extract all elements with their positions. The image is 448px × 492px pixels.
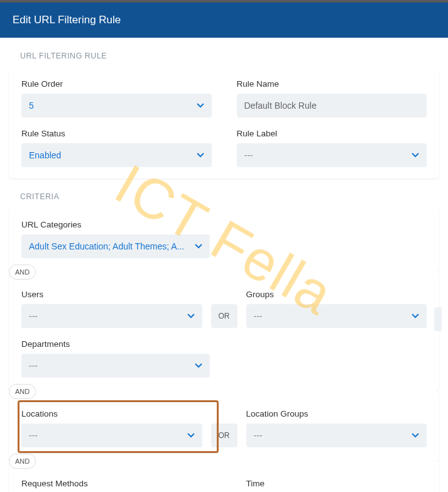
rule-card: Rule Order 5 Rule Name Default Block Rul… <box>9 68 439 178</box>
criteria-methods-block: Request Methods Time <box>9 461 439 492</box>
users-value: --- <box>29 311 38 321</box>
rule-order-label: Rule Order <box>21 79 212 89</box>
departments-value: --- <box>29 361 38 371</box>
url-categories-value: Adult Sex Education; Adult Themes; A... <box>29 241 184 251</box>
groups-select[interactable]: --- <box>246 304 427 328</box>
or-badge: OR <box>211 424 238 447</box>
rule-name-input[interactable]: Default Block Rule <box>237 94 427 118</box>
chevron-down-icon <box>412 433 419 438</box>
rule-name-value: Default Block Rule <box>244 101 317 111</box>
and-badge: AND <box>9 454 36 469</box>
section-criteria: CRITERIA <box>0 178 448 209</box>
rule-order-value: 5 <box>29 101 34 111</box>
chevron-down-icon <box>412 314 419 319</box>
request-methods-label: Request Methods <box>21 479 202 488</box>
url-categories-label: URL Categories <box>21 220 427 229</box>
users-select[interactable]: --- <box>21 304 202 328</box>
and-badge: AND <box>9 265 36 280</box>
rule-label-label: Rule Label <box>237 129 427 138</box>
overflow-button[interactable] <box>434 307 442 331</box>
location-groups-label: Location Groups <box>246 409 427 418</box>
chevron-down-icon <box>187 314 195 319</box>
locations-label: Locations <box>21 409 202 418</box>
chevron-down-icon <box>195 244 202 249</box>
locations-value: --- <box>29 430 38 440</box>
rule-name-label: Rule Name <box>237 79 427 89</box>
chevron-down-icon <box>412 153 419 158</box>
time-label: Time <box>246 479 427 488</box>
chevron-down-icon <box>195 363 202 368</box>
rule-status-select[interactable]: Enabled <box>21 143 212 167</box>
chevron-down-icon <box>197 153 204 158</box>
criteria-categories-block: URL Categories Adult Sex Education; Adul… <box>9 209 439 272</box>
location-groups-select[interactable]: --- <box>246 424 427 447</box>
users-label: Users <box>21 290 202 299</box>
rule-status-label: Rule Status <box>21 129 212 138</box>
section-url-filtering-rule: URL FILTERING RULE <box>0 38 448 68</box>
url-categories-select[interactable]: Adult Sex Education; Adult Themes; A... <box>21 234 210 258</box>
chevron-down-icon <box>197 103 204 108</box>
modal-title: Edit URL Filtering Rule <box>13 14 121 26</box>
groups-label: Groups <box>246 290 427 299</box>
rule-order-select[interactable]: 5 <box>21 94 212 118</box>
criteria-users-block: Users --- OR Groups --- Departments --- <box>9 272 439 391</box>
location-groups-value: --- <box>254 430 263 440</box>
rule-status-value: Enabled <box>29 150 61 160</box>
and-badge: AND <box>9 384 36 399</box>
departments-select[interactable]: --- <box>21 354 210 378</box>
rule-label-value: --- <box>244 150 253 160</box>
or-badge: OR <box>211 304 238 328</box>
chevron-down-icon <box>187 433 195 438</box>
rule-label-select[interactable]: --- <box>237 143 427 167</box>
criteria-locations-block: Locations --- OR Location Groups --- <box>9 391 439 461</box>
departments-label: Departments <box>21 339 210 349</box>
modal-header: Edit URL Filtering Rule <box>0 3 448 38</box>
groups-value: --- <box>254 311 263 321</box>
locations-select[interactable]: --- <box>21 424 202 447</box>
